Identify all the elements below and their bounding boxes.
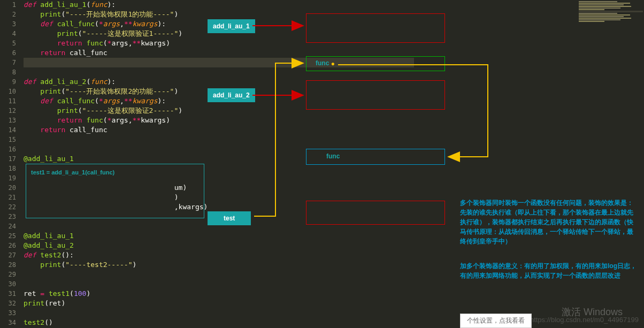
line-number: 1 xyxy=(0,0,16,10)
line-number: 8 xyxy=(0,67,16,77)
line-number: 16 xyxy=(0,144,16,154)
line-number: 32 xyxy=(0,299,16,308)
line-number: 14 xyxy=(0,125,16,135)
code-line xyxy=(24,308,414,318)
line-number: 34 xyxy=(0,318,16,327)
line-number: 33 xyxy=(0,308,16,318)
popup-personalize[interactable]: 个性设置，点我看看 xyxy=(460,314,532,328)
line-number: 23 xyxy=(0,212,16,222)
code-line: return call_func xyxy=(24,125,414,135)
explain-2: 加多个装饰器的意义：有的用了加权限，有的用来加log日志，有的用来加网络功能，从… xyxy=(460,261,637,280)
code-line: print(ret) xyxy=(24,299,414,308)
line-number: 31 xyxy=(0,289,16,299)
line-number: 11 xyxy=(0,96,16,106)
line-number: 7 xyxy=(0,58,16,67)
line-number: 4 xyxy=(0,29,16,39)
line-number: 20 xyxy=(0,183,16,193)
line-number: 24 xyxy=(0,222,16,231)
label-test1: test1 = add_li_au_1(call_func) xyxy=(31,169,114,176)
line-number: 6 xyxy=(0,48,16,58)
rect-red-3 xyxy=(306,201,445,225)
line-number: 22 xyxy=(0,202,16,212)
line-number: 13 xyxy=(0,116,16,125)
line-number: 25 xyxy=(0,231,16,241)
code-line: print("----test2-----") xyxy=(24,260,414,270)
code-line: def add_li_au_1(func): xyxy=(24,0,414,10)
chip-add-li-au-2: add_li_au_2 xyxy=(208,88,255,102)
chip-test: test xyxy=(208,211,251,225)
line-number: 5 xyxy=(0,39,16,48)
code-line: def test2(): xyxy=(24,250,414,260)
rect-red-2 xyxy=(306,80,445,110)
line-number: 28 xyxy=(0,260,16,270)
line-number: 27 xyxy=(0,250,16,260)
csdn-watermark: https://blog.csdn.net/m0_44967199 xyxy=(530,316,639,324)
chip-add-li-au-1: add_li_au_1 xyxy=(208,19,255,33)
line-number: 29 xyxy=(0,270,16,279)
line-number: 2 xyxy=(0,10,16,19)
code-line xyxy=(24,279,414,289)
code-line: return func(*args,**kwargs) xyxy=(24,116,414,125)
code-line: @add_li_au_2 xyxy=(24,241,414,250)
line-gutter: 1234567891011121314151617181920212223242… xyxy=(0,0,20,328)
label-func-2: func xyxy=(326,152,340,160)
code-line: ret = test1(100) xyxy=(24,289,414,299)
explain-1: 多个装饰器同时装饰一个函数没有任何问题，装饰的效果是：先装的谁先执行谁（即从上往… xyxy=(460,198,637,246)
line-number: 30 xyxy=(0,279,16,289)
line-number: 3 xyxy=(0,19,16,29)
line-number: 10 xyxy=(0,87,16,96)
label-func-1: func ● xyxy=(316,59,335,67)
minimap[interactable] xyxy=(579,1,643,33)
line-number: 19 xyxy=(0,173,16,183)
line-number: 17 xyxy=(0,154,16,164)
rect-red-1 xyxy=(306,13,445,43)
line-number: 12 xyxy=(0,106,16,116)
code-line: @add_li_au_1 xyxy=(24,231,414,241)
line-number: 26 xyxy=(0,241,16,250)
line-number: 15 xyxy=(0,135,16,144)
line-number: 9 xyxy=(0,77,16,87)
code-line: test2() xyxy=(24,318,414,327)
line-number: 21 xyxy=(0,193,16,202)
code-line xyxy=(24,270,414,279)
code-line xyxy=(24,135,414,144)
line-number: 18 xyxy=(0,164,16,173)
